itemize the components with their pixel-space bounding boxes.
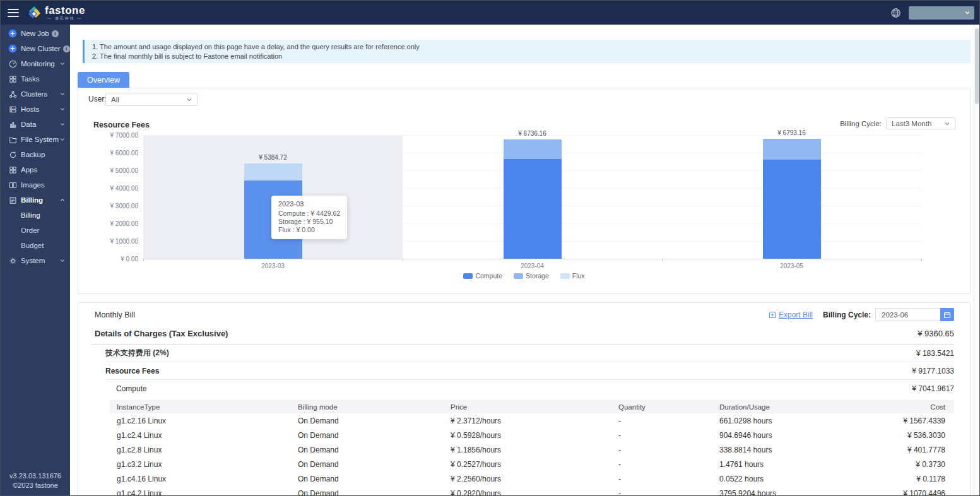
bill-row-label: Resource Fees bbox=[105, 367, 159, 375]
sidebar-item-label: New Cluster bbox=[21, 45, 61, 52]
tooltip-title: 2023-03 bbox=[278, 200, 340, 208]
bar-segment-storage-2023-03[interactable] bbox=[244, 163, 302, 180]
table-cell: On Demand bbox=[291, 416, 444, 425]
bar-total-label: ¥ 5384.72 bbox=[225, 154, 321, 161]
table-cell: g1.c2.16 Linux bbox=[110, 416, 291, 425]
user-filter-label: User: bbox=[88, 95, 107, 103]
sidebar-item-file-system[interactable]: File System bbox=[1, 132, 70, 147]
sidebar-item-billing[interactable]: Billing bbox=[1, 192, 70, 208]
table-cell: On Demand bbox=[291, 475, 444, 483]
table-row[interactable]: g1.c4.2 LinuxOn Demand¥ 0.2820/hours-379… bbox=[110, 486, 954, 496]
legend-swatch-icon bbox=[514, 273, 523, 279]
y-axis-label: ¥ 3000.00 bbox=[110, 203, 139, 210]
chevron-down-icon bbox=[60, 122, 65, 127]
bar-segment-compute-2023-04[interactable] bbox=[504, 159, 562, 259]
images-icon bbox=[8, 180, 17, 189]
x-axis-tick bbox=[921, 259, 922, 261]
sidebar-item-label: Data bbox=[21, 121, 36, 128]
sidebar-item-label: Apps bbox=[21, 166, 37, 174]
bar-segment-storage-2023-05[interactable] bbox=[763, 139, 821, 160]
sidebar-item-tasks[interactable]: Tasks bbox=[1, 71, 70, 86]
sidebar-item-order[interactable]: Order bbox=[1, 223, 70, 238]
brand-name: fastone bbox=[45, 5, 85, 16]
sidebar-item-backup[interactable]: Backup bbox=[1, 147, 70, 162]
bill-row-value: ¥ 183.5421 bbox=[916, 349, 954, 358]
calendar-button[interactable] bbox=[940, 308, 954, 321]
sidebar-item-monitoring[interactable]: Monitoring bbox=[1, 56, 70, 71]
table-cell: 338.8814 hours bbox=[712, 446, 853, 454]
sidebar-item-label: Monitoring bbox=[21, 60, 55, 68]
bill-row-label: 技术支持费用 (2%) bbox=[105, 348, 169, 358]
x-axis-label: 2023-04 bbox=[485, 263, 581, 269]
legend-label: Flux bbox=[572, 272, 585, 280]
sidebar-item-label: Images bbox=[21, 181, 45, 189]
bar-total-label: ¥ 6793.16 bbox=[744, 129, 840, 136]
chevron-down-icon bbox=[60, 61, 65, 66]
x-axis-tick bbox=[403, 259, 403, 261]
legend-swatch-icon bbox=[463, 273, 473, 279]
calendar-icon bbox=[943, 311, 951, 319]
chevron-down-icon bbox=[60, 92, 65, 97]
details-of-charges-heading: Details of Charges (Tax Exclusive) bbox=[95, 329, 228, 338]
table-cell: - bbox=[611, 416, 712, 425]
backup-icon bbox=[8, 150, 17, 159]
table-cell: ¥ 2.2560/hours bbox=[444, 475, 611, 483]
table-cell: - bbox=[611, 489, 712, 496]
table-row[interactable]: g1.c3.2 LinuxOn Demand¥ 0.2527/hours-1.4… bbox=[110, 457, 954, 471]
sidebar-item-hosts[interactable]: Hosts bbox=[1, 102, 70, 117]
chevron-down-icon bbox=[944, 121, 950, 127]
sidebar-item-apps[interactable]: Apps bbox=[1, 162, 70, 177]
export-bill-link[interactable]: Export Bill bbox=[769, 310, 813, 319]
chevron-down-icon bbox=[60, 258, 65, 263]
overview-panel: User: All Resource Fees Billing Cycle: L… bbox=[78, 88, 971, 294]
bill-cycle-date-input[interactable]: 2023-06 bbox=[875, 308, 940, 321]
chevron-up-icon bbox=[60, 198, 65, 203]
sidebar-item-system[interactable]: System bbox=[1, 253, 70, 268]
sidebar-item-images[interactable]: Images bbox=[1, 177, 70, 192]
chart-title: Resource Fees bbox=[93, 121, 150, 129]
sidebar-item-label: Tasks bbox=[21, 75, 39, 83]
bill-summary-row: Compute¥ 7041.9617 bbox=[105, 380, 954, 398]
sidebar-item-billing-sub[interactable]: Billing bbox=[1, 208, 70, 223]
sidebar-item-budget[interactable]: Budget bbox=[1, 238, 70, 253]
bar-segment-compute-2023-05[interactable] bbox=[763, 160, 821, 259]
table-row[interactable]: g1.c4.16 LinuxOn Demand¥ 2.2560/hours-0.… bbox=[110, 471, 954, 486]
sidebar-item-label: New Job bbox=[21, 30, 49, 37]
user-select[interactable]: All bbox=[105, 93, 198, 106]
vertical-scrollbar[interactable] bbox=[974, 25, 979, 495]
sidebar-item-label: Backup bbox=[21, 151, 45, 158]
legend-item-flux[interactable]: Flux bbox=[560, 272, 585, 280]
tooltip-row: Compute : ¥ 4429.62 bbox=[278, 210, 340, 218]
tab-overview[interactable]: Overview bbox=[78, 72, 129, 88]
account-select[interactable] bbox=[909, 6, 974, 20]
table-cell: g1.c2.4 Linux bbox=[110, 431, 291, 440]
table-cell: 1.4761 hours bbox=[712, 460, 853, 469]
table-header-row: InstanceTypeBilling modePriceQuantityDur… bbox=[110, 400, 954, 413]
sidebar-item-label: Order bbox=[21, 227, 39, 234]
main-content: 1. The amount and usage displayed on thi… bbox=[70, 25, 979, 495]
legend-item-compute[interactable]: Compute bbox=[463, 272, 502, 280]
language-globe-icon[interactable] bbox=[890, 8, 901, 18]
table-cell: g1.c3.2 Linux bbox=[110, 460, 291, 469]
table-row[interactable]: g1.c2.16 LinuxOn Demand¥ 2.3712/hours-66… bbox=[110, 413, 954, 428]
sidebar-item-label: Clusters bbox=[21, 90, 47, 98]
x-axis-tick bbox=[143, 259, 144, 261]
bar-segment-storage-2023-04[interactable] bbox=[504, 139, 562, 158]
chevron-down-icon bbox=[60, 107, 65, 112]
table-row[interactable]: g1.c2.8 LinuxOn Demand¥ 1.1856/hours-338… bbox=[110, 442, 954, 457]
table-cell: 661.0298 hours bbox=[712, 416, 853, 425]
hamburger-menu-icon[interactable] bbox=[8, 9, 19, 17]
sidebar-item-clusters[interactable]: Clusters bbox=[1, 86, 70, 102]
x-axis-label: 2023-03 bbox=[225, 263, 321, 269]
legend-item-storage[interactable]: Storage bbox=[514, 272, 549, 280]
scrollbar-thumb[interactable] bbox=[975, 28, 979, 104]
table-cell: - bbox=[611, 475, 712, 483]
table-row[interactable]: g1.c2.4 LinuxOn Demand¥ 0.5928/hours-904… bbox=[110, 428, 954, 442]
table-cell: ¥ 1567.4339 bbox=[853, 416, 954, 425]
sidebar-item-data[interactable]: Data bbox=[1, 117, 70, 132]
billing-cycle-select[interactable]: Last3 Month bbox=[886, 117, 955, 129]
column-header-billing-mode: Billing mode bbox=[291, 403, 444, 411]
bill-summary-row: 技术支持费用 (2%)¥ 183.5421 bbox=[105, 345, 954, 362]
sidebar-item-new-job[interactable]: New Jobi bbox=[1, 26, 70, 41]
sidebar-item-new-cluster[interactable]: New Clusteri bbox=[1, 41, 70, 56]
